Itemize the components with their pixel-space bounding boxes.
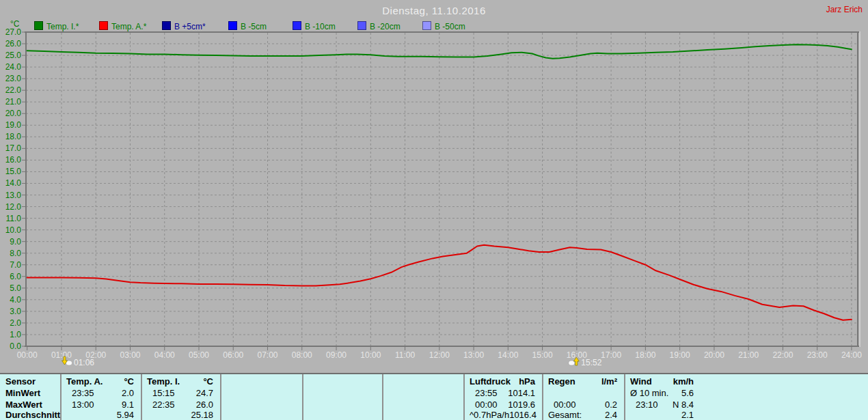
table-row: 23:352.0 [60, 388, 141, 399]
x-tick-label: 19:00 [670, 350, 690, 360]
table-column-empty [382, 374, 463, 420]
table-cell: 24.7 [196, 388, 213, 399]
x-tick-label: 03:00 [120, 350, 140, 360]
y-tick-label: 14.0 [5, 178, 22, 188]
x-tick-label: 12:00 [429, 350, 450, 360]
x-tick-label: 17:00 [601, 350, 621, 360]
table-cell: 1019.6 [508, 400, 535, 410]
x-tick-label: 18:00 [635, 350, 655, 360]
table-cell: Luftdruck [470, 376, 511, 387]
table-cell: Temp. A. [66, 376, 103, 387]
table-cell: 23:55 [470, 388, 498, 399]
table-column-empty [302, 374, 382, 420]
y-tick-label: 12.0 [5, 202, 22, 212]
table-cell: 25.18 [191, 410, 213, 420]
x-tick-label: 14:00 [498, 350, 518, 360]
table-cell: 0.2 [605, 400, 617, 410]
y-tick-label: 15.0 [5, 167, 22, 176]
summary-table: SensorMinWertMaxWertDurchschnittTemp. A.… [0, 373, 868, 420]
table-cell: 13:00 [66, 400, 94, 410]
table-cell: 23:10 [630, 400, 658, 410]
table-cell: 00:00 [470, 400, 498, 410]
weather-station-window: Dienstag, 11.10.2016 Jarz Erich °C Temp.… [0, 0, 868, 420]
table-row-label: Durchschnitt [5, 410, 60, 420]
y-tick-label: 19.0 [5, 120, 22, 130]
table-cell: Regen [548, 376, 575, 387]
x-tick-label: 01:00 [51, 350, 72, 360]
table-row: Ø 10 min.5.6 [624, 388, 701, 399]
y-tick-label: 22.0 [5, 85, 22, 95]
table-row: LuftdruckhPa [463, 376, 542, 387]
table-cell: 5.6 [681, 388, 694, 399]
table-cell: 15:15 [147, 388, 175, 399]
table-row: 5.94 [60, 410, 141, 420]
table-cell: Gesamt: [548, 410, 582, 420]
x-tick-label: 22:00 [772, 350, 793, 360]
y-tick-label: 2.0 [10, 318, 21, 328]
table-row: 25.18 [141, 410, 220, 420]
x-tick-label: 23:00 [807, 350, 828, 360]
table-row: 2.1 [624, 410, 701, 420]
table-column-temp-i: Temp. I.°C15:1524.722:3526.025.18 [141, 374, 220, 420]
x-tick-label: 06:00 [223, 350, 243, 360]
x-tick-label: 04:00 [154, 350, 175, 360]
time-marker-label: 01:06 [74, 358, 94, 367]
table-row: ^0.7hPa/h1016.4 [463, 410, 542, 420]
y-tick-label: 8.0 [10, 249, 21, 258]
table-cell: °C [203, 376, 213, 387]
table-row: 23:551014.1 [463, 388, 542, 399]
y-tick-label: 10.0 [5, 225, 22, 235]
y-tick-label: 21.0 [5, 97, 22, 107]
table-cell: 22:35 [147, 400, 175, 410]
table-cell: Ø 10 min. [630, 388, 668, 399]
y-tick-label: 17.0 [5, 143, 22, 153]
table-row-label: MinWert [5, 388, 40, 399]
table-cell: 2.1 [681, 410, 694, 420]
table-row: Gesamt:2.4 [542, 410, 624, 420]
x-tick-label: 10:00 [360, 350, 381, 360]
time-marker-label: 15:52 [581, 358, 601, 367]
table-cell: 26.0 [196, 400, 213, 410]
table-row: Regenl/m² [542, 376, 624, 387]
table-cell: 2.4 [605, 410, 617, 420]
table-row: Temp. A.°C [60, 376, 141, 387]
y-tick-label: 11.0 [6, 214, 22, 223]
y-tick-label: 26.0 [5, 39, 22, 48]
table-cell: 23:35 [66, 388, 94, 399]
table-cell: hPa [519, 376, 535, 387]
x-tick-label: 13:00 [463, 350, 484, 360]
y-tick-label: 1.0 [10, 330, 21, 339]
y-tick-label: 20.0 [5, 109, 22, 118]
y-tick-label: 27.0 [5, 27, 22, 37]
x-tick-label: 11:00 [395, 350, 415, 360]
y-tick-label: 4.0 [10, 295, 21, 305]
table-row: 15:1524.7 [141, 388, 220, 399]
table-cell: Wind [630, 376, 652, 387]
y-tick-label: 18.0 [5, 132, 22, 141]
table-row: 00:000.2 [542, 400, 624, 410]
table-row: 23:10N 8.4 [624, 400, 701, 410]
temperature-chart: 0.01.02.03.04.05.06.07.08.09.010.011.012… [0, 0, 868, 420]
x-tick-label: 09:00 [326, 350, 347, 360]
y-tick-label: 0.0 [10, 341, 21, 351]
x-tick-label: 05:00 [189, 350, 209, 360]
table-row-label: MaxWert [5, 400, 42, 410]
y-tick-label: 25.0 [5, 51, 22, 60]
table-column-luftdruck: LuftdruckhPa23:551014.100:001019.6^0.7hP… [463, 374, 542, 420]
table-cell: 2.0 [122, 388, 134, 399]
x-tick-label: 07:00 [258, 350, 278, 360]
x-tick-label: 00:00 [17, 350, 38, 360]
y-tick-label: 16.0 [5, 155, 22, 165]
table-row-label: Sensor [5, 376, 36, 387]
y-tick-label: 9.0 [10, 237, 21, 247]
x-tick-label: 24:00 [841, 350, 862, 360]
table-cell: 00:00 [548, 400, 576, 410]
table-column-regen: Regenl/m²00:000.2Gesamt:2.4 [542, 374, 624, 420]
table-cell: ^0.7hPa/h [470, 410, 509, 420]
table-cell: l/m² [601, 376, 617, 387]
table-column-temp-a: Temp. A.°C23:352.013:009.15.94 [60, 374, 141, 420]
x-tick-label: 08:00 [292, 350, 312, 360]
table-cell: 1014.1 [508, 388, 535, 399]
table-column-wind: Windkm/hØ 10 min.5.623:10N 8.42.1 [624, 374, 701, 420]
y-tick-label: 13.0 [5, 191, 22, 200]
